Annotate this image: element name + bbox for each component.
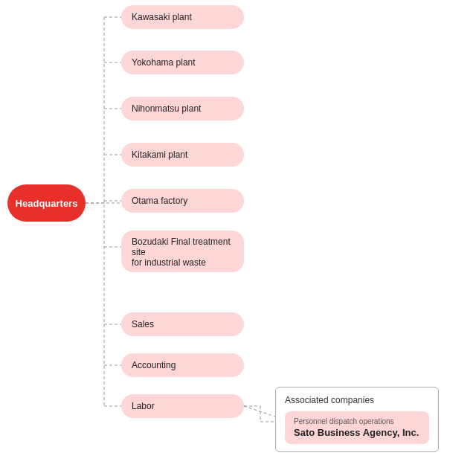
associated-company-name: Sato Business Agency, Inc.: [294, 427, 420, 438]
svg-line-12: [244, 406, 275, 416]
branch-sales: Sales: [121, 312, 244, 336]
branch-yokohama-label: Yokohama plant: [132, 57, 196, 68]
associated-companies-inner: Personnel dispatch operations Sato Busin…: [285, 411, 429, 444]
associated-companies-title: Associated companies: [285, 395, 429, 405]
branch-bozudaki-label: Bozudaki Final treatment sitefor industr…: [132, 237, 234, 268]
branch-sales-label: Sales: [132, 319, 154, 329]
branch-otama: Otama factory: [121, 189, 244, 213]
branch-bozudaki: Bozudaki Final treatment sitefor industr…: [121, 231, 244, 272]
headquarters-label: Headquarters: [16, 198, 78, 209]
branch-labor: Labor: [121, 394, 244, 418]
branch-nihonmatsu-label: Nihonmatsu plant: [132, 103, 201, 114]
branch-labor-label: Labor: [132, 401, 155, 411]
branch-nihonmatsu: Nihonmatsu plant: [121, 97, 244, 120]
branch-yokohama: Yokohama plant: [121, 51, 244, 74]
org-chart: Headquarters Kawasaki plant Yokohama pla…: [0, 0, 476, 476]
branch-accounting: Accounting: [121, 353, 244, 377]
branch-otama-label: Otama factory: [132, 196, 187, 206]
branch-kitakami-label: Kitakami plant: [132, 149, 187, 160]
branch-kawasaki-label: Kawasaki plant: [132, 12, 192, 22]
branch-kitakami: Kitakami plant: [121, 143, 244, 167]
associated-companies-box: Associated companies Personnel dispatch …: [275, 387, 439, 452]
associated-sub-label: Personnel dispatch operations: [294, 417, 420, 425]
branch-accounting-label: Accounting: [132, 360, 176, 370]
headquarters-node: Headquarters: [7, 184, 86, 222]
branch-kawasaki: Kawasaki plant: [121, 5, 244, 29]
